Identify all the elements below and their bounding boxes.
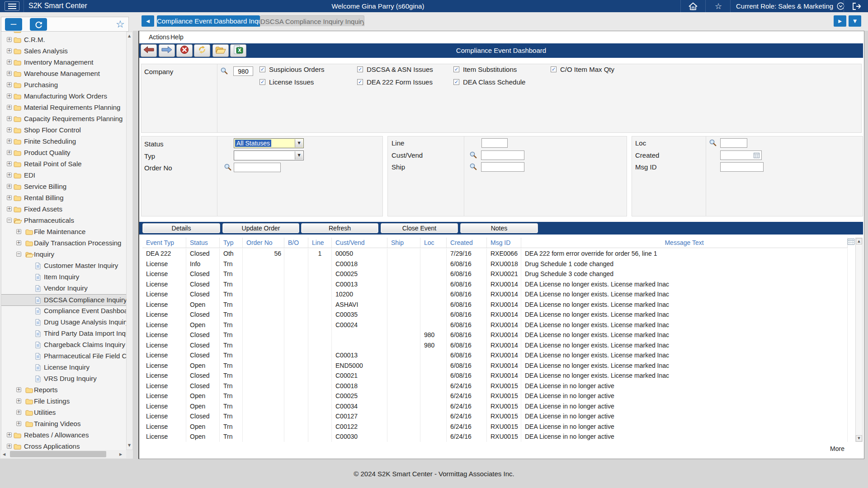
tree-item-utilities[interactable]: +Utilities (1, 407, 127, 418)
cust-vend-input[interactable] (481, 150, 524, 160)
tree-item-rebates-allowances[interactable]: +Rebates / Allowances (1, 430, 127, 441)
msg-id-input[interactable] (720, 162, 764, 172)
scroll-up-icon[interactable]: ▲ (128, 34, 131, 38)
company-input[interactable] (233, 66, 253, 76)
tree-item-file-listings[interactable]: +File Listings (1, 396, 127, 407)
table-row[interactable]: LicenseOpenTrnASHAVI6/08/16RXU0014DEA Li… (142, 300, 848, 310)
close-event-button[interactable]: Close Event (381, 223, 458, 233)
scroll-up-icon[interactable]: ▲ (856, 238, 862, 244)
column-header-typ[interactable]: Typ (220, 238, 243, 248)
expander-plus-icon[interactable]: + (7, 116, 12, 121)
expander-plus-icon[interactable]: + (7, 37, 12, 42)
expander-plus-icon[interactable]: + (16, 387, 21, 392)
details-button[interactable]: Details (142, 223, 220, 233)
scroll-down-icon[interactable]: ▼ (856, 435, 862, 441)
tree-item-rental-billing[interactable]: +Rental Billing (1, 192, 127, 203)
tree-item-item-inquiry[interactable]: Item Inquiry (1, 272, 127, 282)
status-dropdown[interactable]: All Statuses ▼ (234, 138, 304, 148)
tree-item-vendor-inquiry[interactable]: Vendor Inquiry (1, 283, 127, 294)
table-row[interactable]: LicenseClosedTrnC000186/24/16RXU0015DEA … (142, 381, 848, 391)
grid-settings-icon[interactable] (848, 239, 854, 245)
tree-item-daily-transaction-processing[interactable]: +Daily Transaction Processing (1, 238, 127, 249)
menu-help[interactable]: Help (170, 33, 184, 41)
column-header-status[interactable]: Status (186, 238, 220, 248)
tree-item-fixed-assets[interactable]: +Fixed Assets (1, 204, 127, 215)
checkbox-checked-icon[interactable]: ✓ (357, 66, 363, 72)
chevron-down-icon[interactable]: ▼ (295, 151, 303, 160)
column-header-line[interactable]: Line (308, 238, 332, 248)
tab-scroll-left-icon[interactable]: ◀ (142, 15, 154, 27)
expander-plus-icon[interactable]: + (7, 139, 12, 144)
expander-plus-icon[interactable]: + (16, 421, 21, 426)
table-row[interactable]: LicenseOpenTrnC001226/24/16RXU0015DEA Li… (142, 422, 848, 432)
checkbox-checked-icon[interactable]: ✓ (551, 66, 557, 72)
cust-vend-search-icon[interactable] (469, 151, 477, 159)
table-row[interactable]: LicenseClosedTrnC000356/08/16RXU0014DEA … (142, 310, 848, 320)
table-row[interactable]: LicenseClosedTrnC001276/24/16RXU0015DEA … (142, 411, 848, 422)
tree-item-product-quality[interactable]: +Product Quality (1, 147, 127, 158)
checkbox-checked-icon[interactable]: ✓ (259, 79, 265, 85)
tree-item-file-maintenance[interactable]: +File Maintenance (1, 226, 127, 237)
favorites-star-icon[interactable]: ☆ (712, 1, 724, 11)
scrollbar-thumb[interactable] (10, 451, 106, 457)
tree-item-compliance-event-dashboard[interactable]: Compliance Event Dashboard (1, 305, 127, 316)
expander-plus-icon[interactable]: + (7, 206, 12, 211)
table-row[interactable]: LicenseClosedTrnC000136/08/16RXU0014DEA … (142, 350, 848, 361)
tree-item-edi[interactable]: +EDI (1, 170, 127, 181)
expander-plus-icon[interactable]: + (7, 82, 12, 87)
tree-item-license-inquiry[interactable]: License Inquiry (1, 362, 127, 373)
table-row[interactable]: LicenseInfoTrnC000186/08/16RXU0018Drug S… (142, 259, 848, 269)
calendar-icon[interactable] (754, 152, 760, 159)
column-header-ship[interactable]: Ship (387, 238, 420, 248)
column-header-b-o[interactable]: B/O (284, 238, 308, 248)
tree-item-third-party-data-import-inquiry[interactable]: Third Party Data Import Inquiry (1, 328, 127, 339)
expander-plus-icon[interactable]: + (7, 127, 12, 132)
expander-plus-icon[interactable]: + (16, 410, 21, 415)
tree-item-cross-applications[interactable]: +Cross Applications (1, 441, 127, 450)
expander-plus-icon[interactable]: + (7, 94, 12, 99)
menu-actions[interactable]: Actions (149, 33, 170, 41)
expander-plus-icon[interactable]: + (7, 444, 12, 449)
column-header-cust-vend[interactable]: Cust/Vend (332, 238, 387, 248)
tree-item-inquiry[interactable]: −Inquiry (1, 249, 127, 260)
expander-plus-icon[interactable]: + (7, 105, 12, 110)
collapse-tree-button[interactable]: − (5, 18, 22, 31)
expander-plus-icon[interactable]: + (7, 173, 12, 178)
loc-search-icon[interactable] (709, 139, 717, 146)
column-header-msg-id[interactable]: Msg ID (487, 238, 521, 248)
line-input[interactable] (481, 138, 508, 148)
tree-item-drug-usage-analysis-inquiry[interactable]: Drug Usage Analysis Inquiry (1, 317, 127, 328)
ship-search-icon[interactable] (469, 163, 477, 170)
table-vertical-scrollbar[interactable]: ▲ ▼ (855, 238, 863, 442)
expander-plus-icon[interactable]: + (7, 195, 12, 200)
tree-item-chargeback-claims-inquiry[interactable]: Chargeback Claims Inquiry (1, 339, 127, 350)
order-no-input[interactable] (234, 163, 281, 172)
expander-plus-icon[interactable]: + (16, 229, 21, 234)
table-row[interactable]: LicenseOpenTrnEND50006/08/16RXU0014DEA L… (142, 361, 848, 371)
expander-plus-icon[interactable]: + (7, 71, 12, 76)
logout-icon[interactable] (850, 2, 863, 11)
tree-item-warehouse-management[interactable]: +Warehouse Management (1, 68, 127, 79)
chevron-down-icon[interactable]: ▼ (295, 139, 303, 147)
expander-plus-icon[interactable]: + (7, 150, 12, 155)
tree-item-capacity-requirements-planning[interactable]: +Capacity Requirements Planning (1, 113, 127, 124)
tree-item-vrs-drug-inquiry[interactable]: VRS Drug Inquiry (1, 373, 127, 384)
expander-plus-icon[interactable]: + (7, 60, 12, 65)
expander-plus-icon[interactable]: + (7, 48, 12, 53)
expander-plus-icon[interactable]: + (16, 399, 21, 404)
favorite-outline-icon[interactable]: ☆ (116, 19, 125, 30)
tree-item-pharmaceutical-file-field-chan[interactable]: Pharmaceutical File Field Chan (1, 351, 127, 361)
table-row[interactable]: LicenseClosedTrn9806/08/16RXU0014DEA Lic… (142, 330, 848, 340)
table-row[interactable]: LicenseClosedTrn102006/08/16RXU0014DEA L… (142, 289, 848, 300)
table-row[interactable]: LicenseClosedTrnC000256/08/16RXU0021Drug… (142, 269, 848, 279)
tree-item-shop-floor-control[interactable]: +Shop Floor Control (1, 125, 127, 136)
table-row[interactable]: DEA 222ClosedOth561000507/29/16RXE0066DE… (142, 249, 848, 259)
refresh-button[interactable] (194, 44, 210, 57)
tree-item-inventory-management[interactable]: +Inventory Management (1, 57, 127, 68)
forward-arrow-button[interactable] (159, 44, 175, 57)
tree-item-purchasing[interactable]: +Purchasing (1, 80, 127, 90)
open-folder-button[interactable] (212, 44, 229, 57)
column-header-order-no[interactable]: Order No (243, 238, 284, 248)
table-row[interactable]: LicenseOpenTrnC000256/24/16RXU0015DEA Li… (142, 391, 848, 401)
tree-item-finite-scheduling[interactable]: +Finite Scheduling (1, 136, 127, 147)
